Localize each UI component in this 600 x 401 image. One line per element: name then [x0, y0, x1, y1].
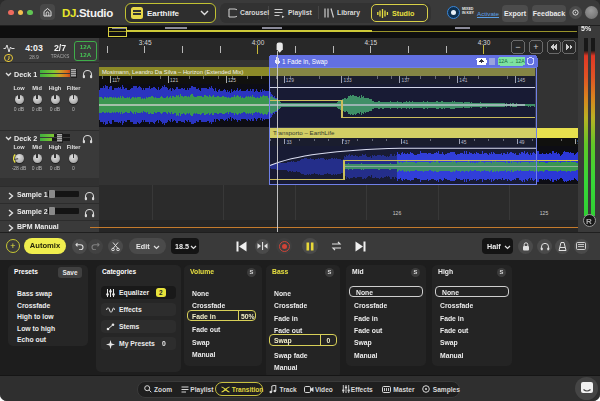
- svg-text:126: 126: [393, 210, 402, 216]
- svg-text:+: +: [533, 42, 538, 52]
- svg-text:4:00: 4:00: [252, 39, 265, 46]
- svg-text:125: 125: [228, 78, 236, 83]
- svg-text:4:15: 4:15: [364, 39, 377, 46]
- svg-text:12A → 12A: 12A → 12A: [498, 58, 525, 64]
- svg-text:1 Fade in, Swap: 1 Fade in, Swap: [282, 58, 328, 66]
- svg-text:3:45: 3:45: [139, 39, 152, 46]
- svg-text:53: 53: [577, 140, 578, 145]
- svg-text:117: 117: [112, 78, 120, 83]
- svg-text:4:30: 4:30: [478, 39, 491, 46]
- svg-text:Mosimann, Leandro Da Silva – H: Mosimann, Leandro Da Silva – Horizon (Ex…: [102, 69, 244, 75]
- svg-text:−: −: [515, 42, 520, 52]
- svg-text:121: 121: [170, 78, 178, 83]
- svg-text:125: 125: [540, 210, 549, 216]
